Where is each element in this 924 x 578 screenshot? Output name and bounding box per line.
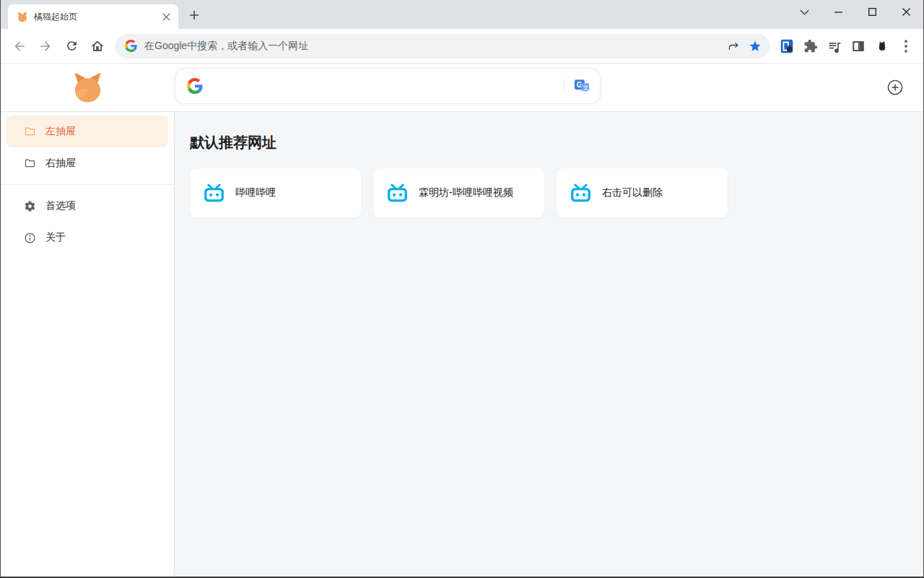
sidebar-divider (1, 184, 174, 185)
start-search-input[interactable] (212, 79, 564, 92)
window-controls (788, 0, 923, 24)
info-icon (24, 232, 36, 244)
sidebar-item-label: 关于 (45, 231, 66, 244)
tab-strip: 橘猫起始页 (1, 0, 923, 29)
site-card-bilibili[interactable]: 哔哩哔哩 (190, 168, 361, 217)
minimize-button[interactable] (821, 0, 855, 24)
back-icon[interactable] (7, 34, 32, 59)
add-site-button[interactable] (886, 78, 905, 97)
sidebar-item-about[interactable]: 关于 (6, 222, 168, 254)
svg-text:文: 文 (583, 84, 589, 91)
start-page-header: G 文 (1, 64, 923, 112)
sidebar-item-label: 首选项 (45, 199, 76, 212)
tab-close-icon[interactable] (160, 10, 173, 23)
extensions-area (775, 34, 918, 58)
logo-wrap (1, 72, 175, 103)
sidebar-item-preferences[interactable]: 首选项 (6, 190, 168, 222)
site-card-label: 哔哩哔哩 (235, 186, 276, 199)
search-box[interactable]: G 文 (175, 68, 601, 104)
tab-search-chevron-icon[interactable] (788, 0, 821, 24)
bilibili-tv-icon (203, 184, 225, 203)
browser-tab[interactable]: 橘猫起始页 (8, 4, 178, 29)
address-bar-placeholder: 在Google中搜索，或者输入一个网址 (144, 40, 723, 53)
site-card-label: 霖明坊-哔哩哔哩视频 (419, 186, 513, 199)
translate-icon[interactable]: G 文 (572, 77, 591, 95)
home-icon[interactable] (85, 34, 110, 59)
tab-favicon-cat-icon (17, 12, 28, 22)
sidebar-item-left-drawer[interactable]: 左抽屉 (6, 116, 168, 147)
sidebar-item-label: 右抽屉 (45, 157, 76, 170)
reload-icon[interactable] (59, 34, 84, 59)
close-window-button[interactable] (889, 0, 923, 24)
tab-title: 橘猫起始页 (34, 11, 160, 23)
site-card-label: 右击可以删除 (602, 186, 663, 199)
side-panel-icon[interactable] (846, 34, 870, 58)
browser-toolbar: 在Google中搜索，或者输入一个网址 (1, 29, 923, 64)
site-card-deletable[interactable]: 右击可以删除 (557, 168, 728, 217)
site-card-linmingfang[interactable]: 霖明坊-哔哩哔哩视频 (373, 168, 544, 217)
bilibili-tv-icon (386, 184, 409, 203)
sidebar-item-label: 左抽屉 (45, 125, 76, 138)
folder-icon (24, 126, 36, 138)
browser-window: 橘猫起始页 (0, 0, 924, 578)
extensions-puzzle-icon[interactable] (798, 34, 822, 58)
bookmark-star-icon[interactable] (744, 35, 766, 57)
main-content: 默认推荐网址 哔哩哔哩 (175, 112, 923, 577)
section-heading: 默认推荐网址 (190, 133, 923, 152)
google-g-icon (187, 78, 203, 94)
folder-icon (24, 158, 36, 170)
google-g-icon (125, 40, 137, 52)
password-extension-icon[interactable] (775, 34, 798, 58)
sidebar-item-right-drawer[interactable]: 右抽屉 (6, 147, 168, 179)
sidebar: 左抽屉 右抽屉 首选项 (1, 112, 175, 577)
page-body: 左抽屉 右抽屉 首选项 (1, 112, 923, 577)
profile-avatar[interactable] (870, 34, 894, 58)
forward-icon[interactable] (33, 34, 58, 59)
cat-logo-icon (71, 72, 105, 103)
maximize-button[interactable] (855, 0, 889, 24)
share-icon[interactable] (723, 35, 744, 57)
search-divider (564, 79, 565, 92)
playlist-extension-icon[interactable] (822, 34, 846, 58)
gear-icon (24, 200, 36, 212)
bilibili-tv-icon (570, 184, 592, 203)
start-page: G 文 左抽屉 (1, 64, 923, 577)
address-bar[interactable]: 在Google中搜索，或者输入一个网址 (115, 34, 770, 59)
new-tab-button[interactable] (184, 5, 204, 25)
site-cards-row: 哔哩哔哩 霖明坊-哔哩哔哩视频 (190, 168, 923, 217)
browser-menu-kebab-icon[interactable] (894, 34, 918, 58)
